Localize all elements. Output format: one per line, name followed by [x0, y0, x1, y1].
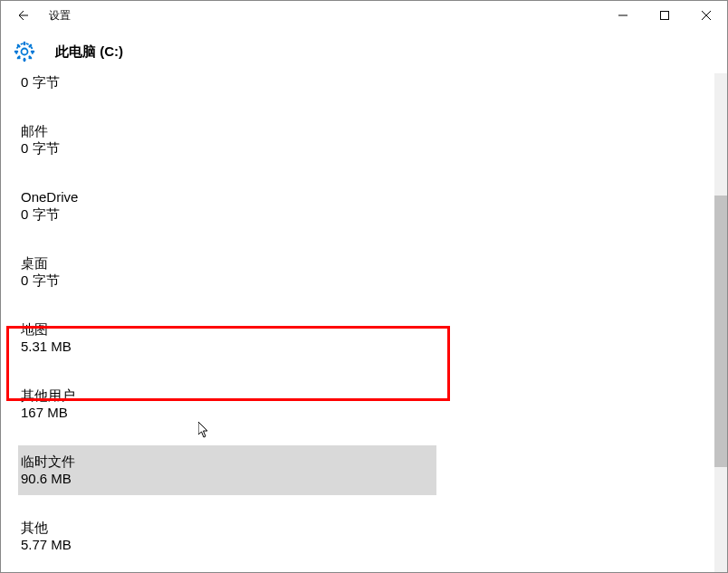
storage-item-size: 90.6 MB [21, 470, 434, 488]
storage-item-name: 桌面 [21, 254, 714, 272]
close-icon [702, 11, 711, 20]
storage-content: 0 字节 邮件 0 字节 OneDrive 0 字节 桌面 0 字节 地图 5.… [1, 73, 714, 572]
scrollbar-track[interactable] [714, 73, 727, 572]
storage-item-name: 其他用户 [21, 387, 714, 405]
minimize-button[interactable] [602, 1, 644, 30]
scrollbar-thumb[interactable] [714, 196, 727, 467]
storage-item-size: 5.77 MB [21, 536, 714, 554]
storage-item-size: 5.31 MB [21, 338, 714, 356]
back-button[interactable] [8, 1, 35, 30]
storage-item[interactable]: 其他用户 167 MB [21, 379, 714, 429]
storage-item[interactable]: 0 字节 [21, 73, 714, 99]
svg-point-4 [22, 49, 28, 55]
page-title: 此电脑 (C:) [55, 43, 123, 61]
storage-item-name: 地图 [21, 320, 714, 339]
window-title: 设置 [49, 8, 71, 24]
gear-icon [14, 41, 35, 62]
titlebar: 设置 [1, 1, 727, 30]
minimize-icon [618, 11, 627, 20]
svg-rect-1 [661, 12, 669, 20]
storage-item[interactable]: 地图 5.31 MB [21, 313, 714, 363]
maximize-button[interactable] [644, 1, 685, 30]
storage-item-name: OneDrive [21, 188, 714, 206]
storage-item-size: 0 字节 [21, 139, 714, 158]
storage-item-name: 其他 [21, 519, 714, 537]
page-header: 此电脑 (C:) [1, 30, 727, 73]
storage-item-name: 临时文件 [21, 453, 434, 471]
storage-item[interactable]: 桌面 0 字节 [21, 247, 714, 297]
storage-item-size: 0 字节 [21, 272, 714, 290]
storage-item[interactable]: 邮件 0 字节 [21, 115, 714, 165]
storage-item[interactable]: OneDrive 0 字节 [21, 181, 714, 231]
back-arrow-icon [14, 8, 29, 23]
storage-item-temp-files[interactable]: 临时文件 90.6 MB [18, 445, 436, 495]
storage-item-size: 167 MB [21, 404, 714, 422]
storage-item-name: 邮件 [21, 122, 714, 140]
storage-item-size: 0 字节 [21, 205, 714, 224]
maximize-icon [660, 11, 669, 20]
storage-item[interactable]: 其他 5.77 MB [21, 511, 714, 561]
storage-item-size: 0 字节 [21, 73, 714, 91]
close-button[interactable] [685, 1, 727, 30]
